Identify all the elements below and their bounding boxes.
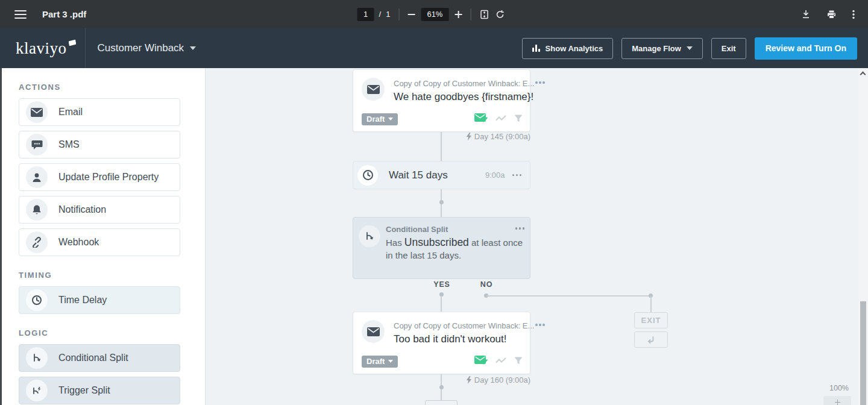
more-icon[interactable] (514, 224, 526, 233)
sidebar-item-trigger-split[interactable]: Trigger Split (19, 377, 180, 404)
branch-split-icon (359, 225, 380, 247)
wait-time: 9:00a (485, 171, 505, 180)
scrollbar[interactable] (858, 68, 868, 405)
clock-icon (357, 165, 378, 186)
next-step-node[interactable] (425, 400, 458, 405)
more-icon[interactable] (511, 171, 523, 180)
show-analytics-button[interactable]: Show Analytics (522, 38, 614, 59)
app-header: klaviyo Customer Winback Show Analytics … (0, 28, 868, 68)
zoom-out-button[interactable] (407, 14, 415, 15)
more-icon[interactable] (534, 320, 546, 330)
pdf-toolbar: Part 3 .pdf 1 / 1 61% (0, 0, 868, 28)
sidebar-item-label: Email (58, 107, 83, 118)
logo-text: klaviyo (16, 39, 67, 57)
exit-label: Exit (722, 44, 736, 53)
email-step-card-1[interactable]: Copy of Copy of Customer Winback: E... W… (353, 69, 530, 132)
bar-chart-icon (532, 45, 540, 52)
zoom-in-button[interactable] (454, 11, 462, 18)
analytics-pulse-icon (495, 356, 506, 367)
email-icon (26, 101, 48, 123)
scrollbar-thumb[interactable] (860, 301, 866, 405)
branch-split-icon (26, 347, 48, 369)
chevron-down-icon (687, 46, 693, 50)
menu-icon[interactable] (14, 10, 27, 19)
section-title-timing: TIMING (19, 271, 205, 280)
download-icon[interactable] (801, 10, 811, 19)
sidebar-item-notification[interactable]: Notification (19, 196, 180, 224)
exit-button[interactable]: Exit (711, 38, 746, 59)
more-icon[interactable] (534, 78, 546, 87)
email-icon (362, 78, 385, 101)
sidebar-item-conditional-split[interactable]: Conditional Split (19, 344, 180, 372)
email-subject: We hate goodbyes {firstname}! (394, 91, 546, 103)
chevron-down-icon (190, 46, 196, 50)
sidebar-item-label: SMS (58, 139, 80, 150)
status-label: Draft (366, 357, 385, 366)
reroute-node[interactable] (634, 331, 668, 348)
sidebar-item-update-profile-property[interactable]: Update Profile Property (19, 163, 180, 191)
time-delay-step-card[interactable]: Wait 15 days 9:00a (353, 161, 530, 189)
scroll-up-arrow-icon[interactable] (860, 72, 866, 78)
branch-no-label: NO (474, 280, 498, 289)
canvas-zoom-in-button[interactable] (823, 396, 851, 405)
trigger-split-icon (26, 380, 48, 401)
more-vertical-icon[interactable] (852, 10, 855, 19)
sidebar-item-sms[interactable]: SMS (19, 131, 180, 159)
flow-canvas[interactable]: Copy of Copy of Customer Winback: E... W… (206, 68, 858, 405)
header-divider (85, 28, 86, 68)
chevron-down-icon (388, 360, 393, 363)
wait-label: Wait 15 days (389, 169, 448, 181)
sidebar-item-label: Notification (58, 204, 106, 215)
schedule-label: Day 145 (9:00a) (410, 132, 530, 141)
sms-icon (26, 134, 48, 155)
sidebar-item-label: Update Profile Property (58, 172, 159, 183)
status-badge[interactable]: Draft (362, 113, 398, 125)
sidebar-item-webhook[interactable]: Webhook (19, 228, 180, 256)
split-title: Conditional Split (386, 225, 448, 234)
review-turn-on-button[interactable]: Review and Turn On (755, 37, 857, 60)
email-name: Copy of Copy of Customer Winback: E... (394, 321, 534, 330)
return-arrow-icon (647, 336, 655, 344)
toolbar-divider (398, 8, 399, 20)
pdf-title: Part 3 .pdf (42, 9, 86, 19)
branch-yes-label: YES (430, 280, 454, 289)
sidebar-item-label: Trigger Split (58, 385, 110, 396)
flow-name-dropdown[interactable]: Customer Winback (98, 42, 197, 54)
sidebar-item-label: Time Delay (58, 295, 107, 306)
split-condition-metric: Unsubscribed (404, 236, 469, 248)
split-condition-text: Has Unsubscribed at least once in the la… (386, 236, 526, 262)
fit-page-icon[interactable] (479, 10, 489, 19)
email-sent-icon (474, 113, 488, 125)
canvas-zoom-level: 100% (829, 384, 849, 392)
exit-node[interactable]: EXIT (634, 312, 668, 328)
flow-actions-sidebar: ACTIONS Email SMS Update Profile Propert… (2, 68, 206, 405)
section-title-logic: LOGIC (19, 328, 205, 338)
email-step-card-2[interactable]: Copy of Copy of Customer Winback: E... T… (353, 312, 530, 374)
flow-connector (486, 295, 652, 297)
email-sent-icon (474, 356, 488, 368)
filter-icon (514, 356, 523, 367)
sidebar-item-email[interactable]: Email (19, 98, 180, 126)
page-number-input[interactable]: 1 (357, 8, 374, 21)
flow-name: Customer Winback (98, 42, 184, 54)
show-analytics-label: Show Analytics (546, 44, 603, 53)
bell-icon (26, 199, 48, 221)
status-badge[interactable]: Draft (362, 356, 398, 368)
conditional-split-card[interactable]: Conditional Split Has Unsubscribed at le… (353, 217, 530, 279)
sidebar-item-label: Webhook (58, 237, 99, 248)
lightning-icon (466, 376, 472, 384)
chevron-down-icon (388, 118, 393, 121)
analytics-pulse-icon (495, 114, 506, 125)
manage-flow-label: Manage Flow (632, 44, 681, 53)
manage-flow-button[interactable]: Manage Flow (621, 38, 703, 59)
klaviyo-logo[interactable]: klaviyo (16, 39, 77, 58)
connector-node (439, 385, 444, 389)
print-icon[interactable] (826, 10, 837, 19)
link-icon (26, 231, 48, 253)
page-total: 1 (386, 10, 390, 19)
status-label: Draft (366, 115, 385, 124)
filter-icon (514, 114, 523, 125)
sidebar-item-time-delay[interactable]: Time Delay (19, 286, 180, 314)
zoom-level-input[interactable]: 61% (421, 8, 448, 21)
rotate-icon[interactable] (495, 10, 505, 19)
